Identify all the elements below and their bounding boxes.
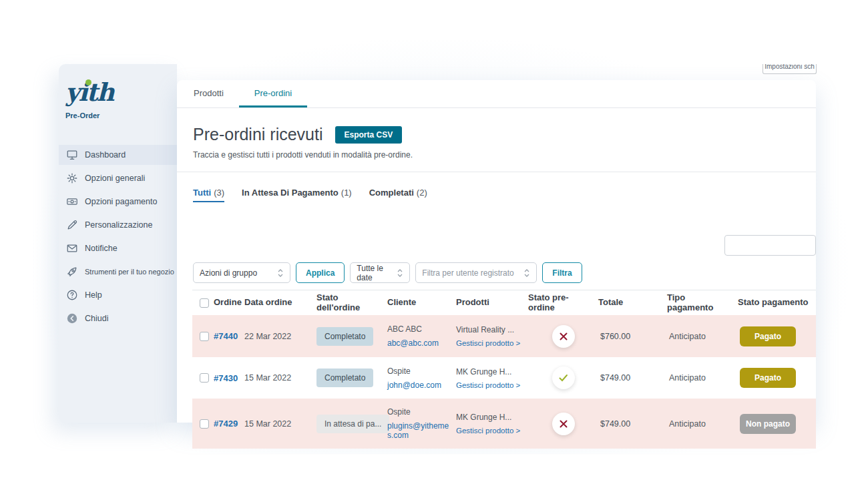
row-checkbox[interactable]: [200, 419, 209, 429]
table-row: #7430 15 Mar 2022 Completato Ospite john…: [192, 357, 816, 399]
check-icon: [552, 367, 575, 389]
cross-icon: [552, 413, 575, 435]
customer-name: ABC ABC: [387, 324, 449, 334]
payment-type: Anticipato: [667, 419, 738, 429]
view-tutti[interactable]: Tutti(3): [193, 188, 224, 202]
chevron-updown-icon: [523, 268, 530, 278]
tab-pre-ordini[interactable]: Pre-ordini: [239, 80, 307, 107]
user-filter-select[interactable]: Filtra per utente registrato: [415, 262, 537, 283]
sidebar-item-opzioni-pagamento[interactable]: Opzioni pagamento: [59, 192, 177, 212]
sidebar-item-label: Chiudi: [85, 314, 108, 323]
dates-value: Tutte le date: [357, 264, 391, 282]
col-ordine: Ordine: [214, 298, 244, 308]
view-filters: Tutti(3) In Attesa Di Pagamento(1) Compl…: [193, 188, 816, 202]
rocket-icon: [65, 265, 79, 278]
order-date: 15 Mar 2022: [244, 373, 316, 383]
order-link[interactable]: #7440: [214, 331, 238, 341]
page: Impostazioni sch yith Pre-Order Dashboar…: [0, 0, 868, 488]
col-prodotti: Prodotti: [456, 298, 528, 308]
page-title: Pre-ordini ricevuti: [193, 125, 323, 144]
order-total: $749.00: [598, 419, 667, 429]
product-name: Pre-Order: [65, 111, 177, 119]
divider: [177, 172, 816, 172]
sidebar-item-help[interactable]: Help: [59, 285, 177, 305]
view-count: (2): [417, 188, 427, 198]
gear-icon: [65, 172, 79, 185]
filter-controls: Azioni di gruppo Applica Tutte le date F…: [193, 262, 582, 283]
customer-name: Ospite: [387, 367, 449, 376]
logo-dot: [85, 79, 91, 85]
sidebar-item-strumenti[interactable]: Strumenti per il tuo negozio: [59, 262, 177, 282]
user-filter-placeholder: Filtra per utente registrato: [422, 268, 513, 278]
search-input[interactable]: [724, 235, 816, 256]
view-completati[interactable]: Completati(2): [369, 188, 427, 202]
back-icon: [65, 312, 79, 325]
page-subtitle: Traccia e gestisci tutti i prodotti vend…: [193, 150, 816, 160]
sidebar-item-label: Dashboard: [85, 150, 126, 160]
customer-email-link[interactable]: john@doe.com: [387, 381, 449, 390]
dates-select[interactable]: Tutte le date: [350, 262, 410, 283]
view-in-attesa[interactable]: In Attesa Di Pagamento(1): [242, 188, 352, 202]
row-checkbox[interactable]: [200, 373, 209, 383]
payment-icon: [65, 195, 79, 208]
sidebar-item-label: Opzioni pagamento: [85, 197, 157, 206]
table-row: #7429 15 Mar 2022 In attesa di pa... Osp…: [192, 399, 816, 449]
payment-type: Anticipato: [667, 332, 738, 341]
col-data-ordine: Data ordine: [244, 298, 316, 308]
bulk-actions-select[interactable]: Azioni di gruppo: [193, 262, 290, 283]
chevron-updown-icon: [277, 268, 284, 278]
content: Pre-ordini ricevuti Esporta CSV Traccia …: [177, 125, 816, 439]
cross-icon: [552, 325, 575, 348]
col-stato-pre-ordine: Stato pre-ordine: [528, 293, 598, 313]
order-status-badge: In attesa di pa...: [316, 415, 389, 433]
manage-product-link[interactable]: Gestisci prodotto >: [456, 381, 521, 389]
screen-options-label: Impostazioni sch: [763, 64, 816, 71]
payment-type: Anticipato: [667, 373, 738, 383]
view-label: Completati: [369, 188, 414, 198]
export-csv-button[interactable]: Esporta CSV: [335, 126, 403, 144]
envelope-icon: [65, 242, 79, 255]
col-totale: Totale: [598, 298, 667, 308]
payment-status-badge: Pagato: [740, 368, 796, 388]
sidebar-item-label: Help: [85, 290, 102, 300]
sidebar-item-opzioni-generali[interactable]: Opzioni generali: [59, 168, 177, 188]
manage-product-link[interactable]: Gestisci prodotto >: [456, 339, 521, 347]
apply-button[interactable]: Applica: [296, 262, 345, 283]
order-status-badge: Completato: [316, 327, 373, 346]
sidebar-item-personalizzazione[interactable]: Personalizzazione: [59, 215, 177, 235]
chevron-updown-icon: [397, 268, 403, 278]
bulk-actions-value: Azioni di gruppo: [200, 268, 257, 278]
monitor-icon: [65, 148, 79, 162]
product-name: MK Grunge H...: [456, 413, 521, 422]
sidebar-item-label: Notifiche: [85, 244, 118, 253]
order-status-badge: Completato: [316, 369, 373, 387]
table-row: #7440 22 Mar 2022 Completato ABC ABC abc…: [192, 315, 816, 357]
sidebar-item-label: Opzioni generali: [85, 174, 145, 183]
customer-email-link[interactable]: abc@abc.com: [387, 338, 449, 348]
col-stato-pagamento: Stato pagamento: [738, 298, 816, 308]
order-link[interactable]: #7430: [214, 373, 238, 383]
manage-product-link[interactable]: Gestisci prodotto >: [456, 427, 521, 435]
filter-button[interactable]: Filtra: [542, 262, 582, 283]
sidebar-item-dashboard[interactable]: Dashboard: [59, 145, 177, 165]
product-name: Virtual Reality ...: [456, 325, 521, 334]
select-all-checkbox[interactable]: [200, 298, 209, 308]
customer-name: Ospite: [387, 407, 449, 417]
payment-status-badge: Pagato: [740, 326, 796, 346]
help-icon: [65, 288, 79, 302]
sidebar-item-notifiche[interactable]: Notifiche: [59, 238, 177, 258]
sidebar-item-label: Personalizzazione: [85, 220, 152, 230]
order-date: 22 Mar 2022: [244, 332, 316, 341]
main-panel: Prodotti Pre-ordini Pre-ordini ricevuti …: [177, 80, 816, 423]
order-total: $760.00: [598, 332, 667, 341]
order-link[interactable]: #7429: [214, 419, 238, 429]
col-cliente: Cliente: [387, 298, 456, 308]
preorders-table: Ordine Data ordine Stato dell'ordine Cli…: [192, 290, 816, 449]
row-checkbox[interactable]: [200, 332, 209, 341]
sidebar-item-chiudi[interactable]: Chiudi: [59, 308, 177, 328]
tab-bar: Prodotti Pre-ordini: [177, 80, 816, 108]
tab-prodotti[interactable]: Prodotti: [178, 80, 239, 107]
order-date: 15 Mar 2022: [244, 419, 316, 429]
screen-options-button[interactable]: Impostazioni sch: [763, 64, 817, 74]
customer-email-link[interactable]: plugins@yithemes.com: [387, 421, 449, 440]
